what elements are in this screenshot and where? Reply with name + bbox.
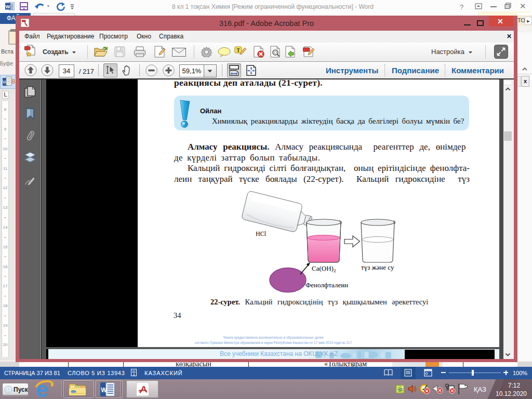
svg-text:17: 17 <box>3 284 8 288</box>
svg-text:HCl: HCl <box>256 230 267 237</box>
svg-text:15: 15 <box>3 245 8 249</box>
svg-text:түз және су: түз және су <box>361 263 394 271</box>
svg-text:8: 8 <box>4 107 7 112</box>
svg-text:Ca(OH)2: Ca(OH)2 <box>312 264 336 273</box>
svg-text:10: 10 <box>3 147 8 151</box>
svg-text:16: 16 <box>3 264 8 269</box>
svg-text:9: 9 <box>4 127 7 131</box>
svg-text:19: 19 <box>3 323 8 328</box>
svg-text:13: 13 <box>3 205 8 210</box>
svg-text:T: T <box>236 47 240 53</box>
svg-text:20: 20 <box>3 342 8 347</box>
svg-text:Фенолфталеин: Фенолфталеин <box>305 281 348 289</box>
svg-text:14: 14 <box>3 225 8 230</box>
svg-text:12: 12 <box>3 185 8 190</box>
svg-text:x: x <box>133 373 135 376</box>
svg-text:W: W <box>101 387 107 394</box>
svg-text:W: W <box>6 4 10 9</box>
svg-text:11: 11 <box>3 166 8 171</box>
svg-text:18: 18 <box>3 303 8 308</box>
